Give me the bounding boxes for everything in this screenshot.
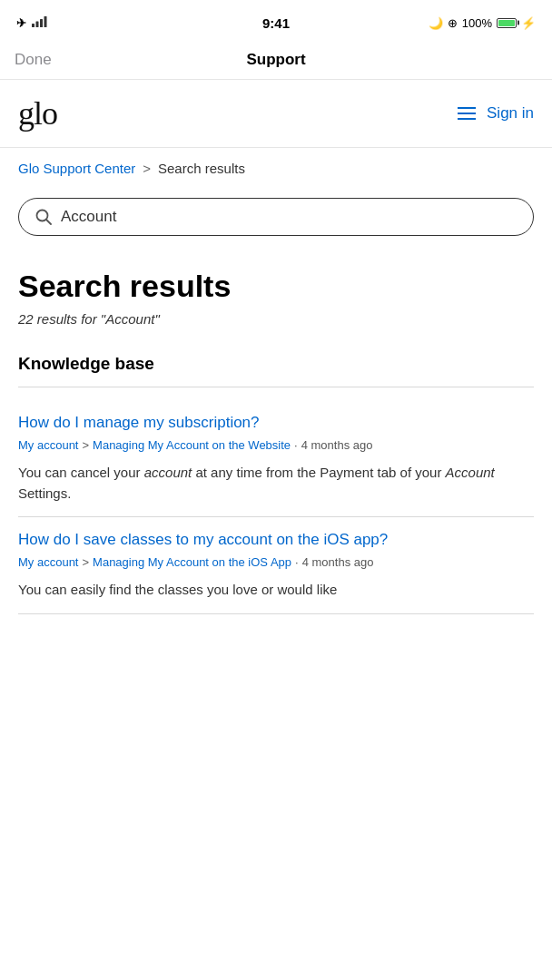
article-time: 4 months ago bbox=[302, 555, 374, 569]
location-icon: ⊕ bbox=[448, 16, 458, 30]
sign-in-button[interactable]: Sign in bbox=[487, 104, 534, 122]
article-category-link[interactable]: My account bbox=[18, 555, 78, 569]
hamburger-line bbox=[458, 118, 476, 120]
search-input[interactable] bbox=[61, 208, 517, 226]
meta-dot: · bbox=[295, 555, 299, 569]
search-container bbox=[0, 189, 552, 250]
hamburger-line bbox=[458, 107, 476, 109]
breadcrumb-current: Search results bbox=[158, 161, 245, 176]
status-left: ✈ bbox=[16, 16, 47, 30]
results-count: 22 results for "Account" bbox=[18, 311, 534, 327]
menu-button[interactable] bbox=[458, 107, 476, 120]
article-item: How do I save classes to my account on t… bbox=[18, 517, 534, 614]
header-right: Sign in bbox=[458, 104, 534, 122]
breadcrumb-separator: > bbox=[143, 161, 151, 176]
done-button[interactable]: Done bbox=[15, 51, 52, 69]
airplane-icon: ✈ bbox=[16, 16, 26, 30]
search-box[interactable] bbox=[18, 198, 534, 236]
article-time: 4 months ago bbox=[301, 438, 373, 452]
article-title[interactable]: How do I manage my subscription? bbox=[18, 413, 534, 433]
meta-separator: > bbox=[82, 555, 89, 569]
kb-divider bbox=[18, 387, 534, 387]
article-excerpt: You can easily find the classes you love… bbox=[18, 580, 534, 601]
search-icon bbox=[35, 209, 52, 225]
logo[interactable]: glo bbox=[18, 94, 57, 132]
status-right: 🌙 ⊕ 100% ⚡ bbox=[429, 16, 536, 30]
status-bar: ✈ 9:41 🌙 ⊕ 100% ⚡ bbox=[0, 0, 552, 40]
knowledge-base-section: Knowledge base How do I manage my subscr… bbox=[0, 336, 552, 614]
moon-icon: 🌙 bbox=[429, 16, 443, 30]
article-meta: My account > Managing My Account on the … bbox=[18, 438, 534, 452]
meta-separator: > bbox=[82, 438, 89, 452]
battery-percent: 100% bbox=[462, 16, 492, 30]
nav-bar: Done Support bbox=[0, 40, 552, 80]
site-header: glo Sign in bbox=[0, 80, 552, 148]
results-section: Search results 22 results for "Account" bbox=[0, 250, 552, 336]
battery-icon bbox=[497, 18, 517, 28]
nav-title: Support bbox=[246, 51, 305, 69]
article-item: How do I manage my subscription? My acco… bbox=[18, 400, 534, 517]
meta-dot: · bbox=[294, 438, 298, 452]
breadcrumb: Glo Support Center > Search results bbox=[0, 148, 552, 189]
svg-rect-2 bbox=[40, 19, 43, 27]
breadcrumb-home[interactable]: Glo Support Center bbox=[18, 161, 135, 176]
article-subcategory-link[interactable]: Managing My Account on the iOS App bbox=[93, 555, 291, 569]
article-title[interactable]: How do I save classes to my account on t… bbox=[18, 530, 534, 550]
status-time: 9:41 bbox=[262, 15, 290, 31]
svg-line-5 bbox=[46, 220, 51, 224]
article-category-link[interactable]: My account bbox=[18, 438, 78, 452]
results-title: Search results bbox=[18, 269, 534, 304]
article-excerpt: You can cancel your account at any time … bbox=[18, 463, 534, 504]
svg-rect-3 bbox=[44, 16, 47, 27]
svg-rect-0 bbox=[32, 24, 34, 27]
signal-bars bbox=[32, 16, 47, 30]
article-subcategory-link[interactable]: Managing My Account on the Website bbox=[93, 438, 291, 452]
svg-rect-1 bbox=[36, 21, 39, 27]
article-meta: My account > Managing My Account on the … bbox=[18, 555, 534, 569]
kb-heading: Knowledge base bbox=[18, 354, 534, 374]
charging-icon: ⚡ bbox=[521, 16, 536, 30]
hamburger-line bbox=[458, 113, 476, 114]
